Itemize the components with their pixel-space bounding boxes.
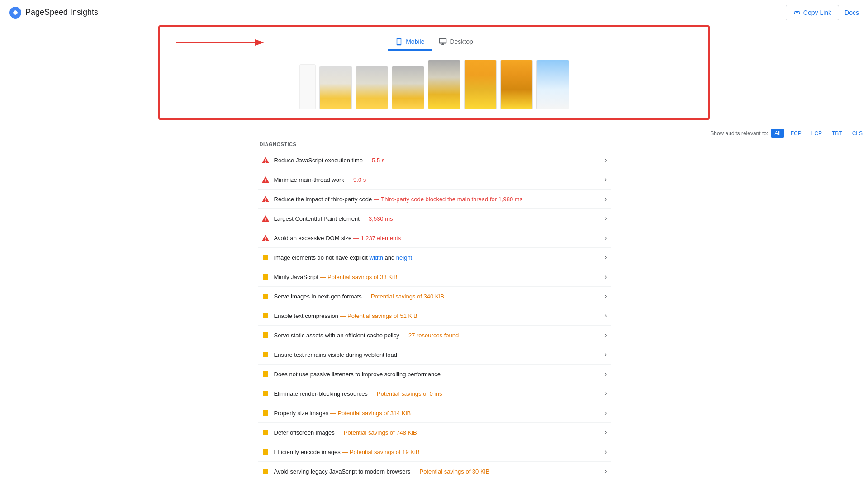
chevron-properly-size: › [604, 409, 607, 417]
filter-tbt-btn[interactable]: TBT [828, 129, 846, 138]
header-left: PageSpeed Insights [9, 6, 98, 19]
orange-square-icon-2 [263, 274, 268, 280]
triangle-error-icon-2: ! [261, 175, 270, 184]
audit-row-encode-images[interactable]: Efficiently encode images — Potential sa… [258, 442, 611, 462]
triangle-error-icon: ! [261, 156, 270, 164]
audit-text-dom-size: Avoid an excessive DOM size — 1,237 elem… [274, 235, 601, 242]
audit-value-text-compression: — Potential savings of 51 KiB [340, 313, 417, 319]
show-audits-label: Show audits relevant to: [710, 130, 768, 137]
docs-link[interactable]: Docs [844, 9, 859, 16]
audit-value-dom-size: — 1,237 elements [353, 235, 401, 242]
warning-icon-minify-js [261, 273, 270, 281]
desktop-icon [439, 38, 447, 46]
filter-cls-btn[interactable]: CLS [849, 129, 866, 138]
audit-value-properly-size: — Potential savings of 314 KiB [330, 410, 411, 417]
audit-value-defer-offscreen: — Potential savings of 748 KiB [336, 429, 417, 436]
audit-text-image-dim: Image elements do not have explicit widt… [274, 254, 601, 261]
svg-text:!: ! [265, 178, 266, 183]
audit-row-properly-size[interactable]: Properly size images — Potential savings… [258, 403, 611, 423]
width-link[interactable]: width [370, 254, 383, 261]
audit-row-js-execution[interactable]: ! Reduce JavaScript execution time — 5.5… [258, 151, 611, 170]
warning-icon-properly-size [261, 409, 270, 417]
copy-link-label: Copy Link [803, 9, 831, 16]
desktop-tab[interactable]: Desktop [432, 34, 480, 51]
thumbnail-6[interactable] [500, 60, 533, 109]
audit-text-legacy-js: Avoid serving legacy JavaScript to moder… [274, 468, 601, 475]
warning-icon-cache [261, 331, 270, 339]
warning-icon-nextgen [261, 292, 270, 300]
orange-square-icon-12 [263, 469, 268, 474]
filter-lcp-btn[interactable]: LCP [808, 129, 825, 138]
audit-value-minify-js: — Potential savings of 33 KiB [320, 274, 397, 280]
thumbnail-5[interactable] [464, 60, 497, 109]
error-icon-third-party: ! [261, 195, 270, 203]
chevron-image-dim: › [604, 253, 607, 261]
orange-square-icon-4 [263, 313, 268, 318]
chevron-js-execution: › [604, 156, 607, 164]
audit-row-image-dimensions[interactable]: Image elements do not have explicit widt… [258, 248, 611, 267]
audit-text-encode-images: Efficiently encode images — Potential sa… [274, 449, 601, 455]
warning-icon-passive [261, 370, 270, 378]
audit-row-third-party[interactable]: ! Reduce the impact of third-party code … [258, 190, 611, 209]
audit-value-render-blocking: — Potential savings of 0 ms [369, 390, 442, 397]
audit-row-dom-size[interactable]: ! Avoid an excessive DOM size — 1,237 el… [258, 228, 611, 248]
chevron-main-thread: › [604, 175, 607, 184]
orange-square-icon-7 [263, 371, 268, 377]
audit-row-nextgen[interactable]: Serve images in next-gen formats — Poten… [258, 287, 611, 306]
warning-icon-image-dim [261, 253, 270, 261]
main-content: Mobile Desktop [0, 25, 868, 481]
audit-row-main-thread[interactable]: ! Minimize main-thread work — 9.0 s › [258, 170, 611, 190]
audit-value-nextgen: — Potential savings of 340 KiB [363, 293, 444, 300]
audit-row-defer-offscreen[interactable]: Defer offscreen images — Potential savin… [258, 423, 611, 442]
thumbnail-1[interactable] [319, 66, 352, 109]
red-arrow-indicator [176, 36, 266, 49]
svg-text:!: ! [265, 237, 266, 242]
app-header: PageSpeed Insights Copy Link Docs [0, 0, 868, 25]
device-tabs-section: Mobile Desktop [158, 25, 710, 120]
filter-all-btn[interactable]: All [771, 129, 784, 138]
audit-row-legacy-js[interactable]: Avoid serving legacy JavaScript to moder… [258, 462, 611, 481]
orange-square-icon-5 [263, 332, 268, 338]
audit-row-lcp[interactable]: ! Largest Contentful Paint element — 3,5… [258, 209, 611, 228]
audit-value-js-execution: — 5.5 s [365, 157, 385, 164]
copy-link-button[interactable]: Copy Link [786, 5, 839, 20]
audit-row-webfont[interactable]: Ensure text remains visible during webfo… [258, 345, 611, 365]
thumbnail-2[interactable] [356, 66, 388, 109]
svg-text:!: ! [265, 198, 266, 203]
audit-row-render-blocking[interactable]: Eliminate render-blocking resources — Po… [258, 384, 611, 403]
svg-text:!: ! [265, 217, 266, 222]
svg-marker-3 [255, 39, 264, 46]
audit-row-minify-js[interactable]: Minify JavaScript — Potential savings of… [258, 267, 611, 287]
chevron-text-compression: › [604, 312, 607, 320]
mobile-icon [395, 38, 403, 46]
desktop-tab-label: Desktop [450, 38, 473, 45]
orange-square-icon-10 [263, 430, 268, 435]
audit-row-passive-listeners[interactable]: Does not use passive listeners to improv… [258, 365, 611, 384]
audit-text-main-thread: Minimize main-thread work — 9.0 s [274, 176, 601, 183]
chevron-encode-images: › [604, 448, 607, 456]
audit-row-text-compression[interactable]: Enable text compression — Potential savi… [258, 306, 611, 326]
orange-square-icon-6 [263, 352, 268, 357]
audit-value-main-thread: — 9.0 s [346, 176, 366, 183]
warning-icon-encode-images [261, 448, 270, 456]
error-icon-main-thread: ! [261, 175, 270, 184]
chevron-dom-size: › [604, 234, 607, 242]
height-link[interactable]: height [396, 254, 412, 261]
filter-fcp-btn[interactable]: FCP [787, 129, 805, 138]
mobile-tab[interactable]: Mobile [388, 34, 432, 51]
audit-text-properly-size: Properly size images — Potential savings… [274, 410, 601, 417]
audit-text-minify-js: Minify JavaScript — Potential savings of… [274, 274, 601, 280]
audit-row-cache-policy[interactable]: Serve static assets with an efficient ca… [258, 326, 611, 345]
svg-point-1 [14, 11, 17, 14]
triangle-error-icon-3: ! [261, 195, 270, 203]
chevron-legacy-js: › [604, 467, 607, 475]
audit-value-lcp: — 3,530 ms [361, 215, 393, 222]
thumb-empty [299, 64, 316, 109]
chevron-third-party: › [604, 195, 607, 203]
audit-value-legacy-js: — Potential savings of 30 KiB [412, 468, 489, 475]
orange-square-icon-3 [263, 294, 268, 299]
thumbnail-3[interactable] [392, 66, 424, 109]
psi-logo-icon [9, 6, 22, 19]
thumbnail-7[interactable] [536, 60, 569, 109]
thumbnail-4[interactable] [428, 60, 460, 109]
